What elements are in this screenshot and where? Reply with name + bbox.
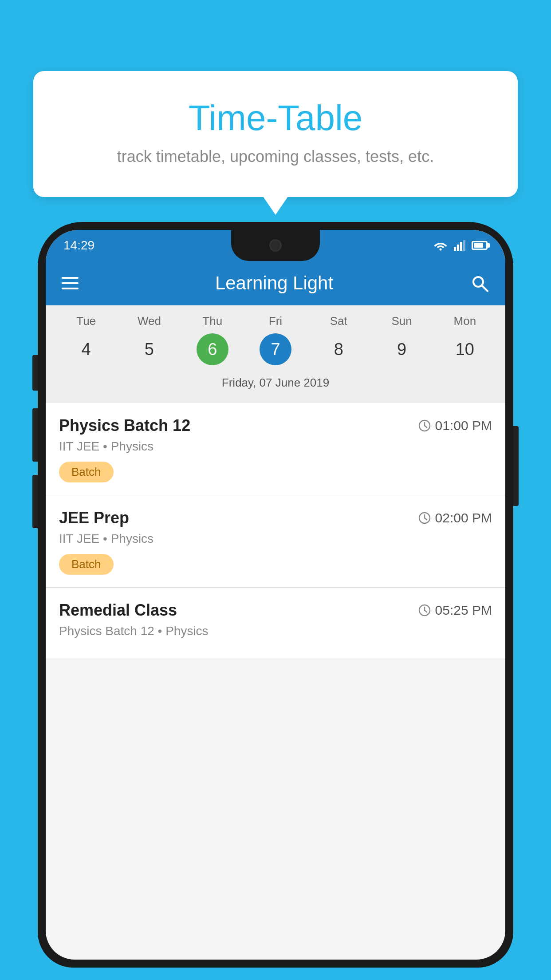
- svg-rect-4: [463, 240, 465, 251]
- phone-button-left-3: [32, 475, 38, 528]
- calendar-day-10[interactable]: Mon10: [436, 314, 494, 365]
- schedule-header: JEE Prep 02:00 PM: [59, 509, 492, 527]
- hamburger-line-1: [62, 277, 79, 279]
- svg-rect-3: [460, 242, 462, 251]
- schedule-item-0[interactable]: Physics Batch 12 01:00 PMIIT JEE • Physi…: [46, 403, 505, 495]
- calendar-day-5[interactable]: Wed5: [120, 314, 178, 365]
- schedule-meta: IIT JEE • Physics: [59, 532, 492, 546]
- status-icons: [433, 240, 488, 251]
- tooltip-title: Time-Table: [55, 98, 496, 138]
- batch-badge: Batch: [59, 462, 114, 482]
- schedule-item-2[interactable]: Remedial Class 05:25 PMPhysics Batch 12 …: [46, 588, 505, 659]
- schedule-meta: IIT JEE • Physics: [59, 439, 492, 454]
- day-number: 6: [197, 333, 228, 365]
- phone-button-left-1: [32, 355, 38, 391]
- day-label: Mon: [454, 314, 476, 328]
- phone-camera: [269, 239, 282, 252]
- phone-notch: [231, 230, 320, 261]
- day-label: Tue: [76, 314, 96, 328]
- calendar-day-7[interactable]: Fri7: [247, 314, 304, 365]
- search-button[interactable]: [470, 273, 489, 293]
- schedule-time: 01:00 PM: [418, 418, 492, 433]
- calendar-day-6[interactable]: Thu6: [184, 314, 241, 365]
- day-number: 7: [260, 333, 291, 365]
- calendar-strip: Tue4Wed5Thu6Fri7Sat8Sun9Mon10 Friday, 07…: [46, 305, 505, 403]
- phone-mockup: 14:29: [38, 222, 513, 980]
- hamburger-menu-icon[interactable]: [62, 277, 79, 289]
- schedule-name: Remedial Class: [59, 601, 177, 620]
- app-bar: Learning Light: [46, 261, 505, 305]
- svg-line-15: [425, 610, 427, 612]
- svg-line-9: [425, 426, 427, 427]
- calendar-day-4[interactable]: Tue4: [57, 314, 115, 365]
- schedule-header: Remedial Class 05:25 PM: [59, 601, 492, 620]
- status-time: 14:29: [63, 238, 94, 253]
- clock-icon: [418, 512, 431, 524]
- svg-line-6: [482, 285, 488, 291]
- phone-screen: 14:29: [46, 230, 505, 960]
- day-label: Thu: [202, 314, 222, 328]
- day-number: 9: [386, 333, 418, 365]
- day-label: Wed: [138, 314, 161, 328]
- signal-icon: [454, 240, 465, 251]
- day-label: Sun: [391, 314, 412, 328]
- schedule-name: JEE Prep: [59, 509, 129, 527]
- svg-rect-2: [457, 245, 459, 251]
- svg-line-12: [425, 518, 427, 520]
- clock-icon: [418, 604, 431, 616]
- day-number: 10: [449, 333, 481, 365]
- phone-outer: 14:29: [38, 222, 513, 968]
- hamburger-line-3: [62, 288, 79, 289]
- day-label: Fri: [269, 314, 282, 328]
- day-row: Tue4Wed5Thu6Fri7Sat8Sun9Mon10: [46, 314, 505, 365]
- day-label: Sat: [330, 314, 347, 328]
- tooltip-card: Time-Table track timetable, upcoming cla…: [33, 71, 518, 197]
- clock-icon: [418, 419, 431, 432]
- app-bar-title: Learning Light: [215, 273, 333, 294]
- calendar-day-9[interactable]: Sun9: [373, 314, 431, 365]
- wifi-icon: [433, 240, 448, 251]
- schedule-header: Physics Batch 12 01:00 PM: [59, 416, 492, 435]
- svg-point-0: [440, 249, 442, 251]
- schedule-list: Physics Batch 12 01:00 PMIIT JEE • Physi…: [46, 403, 505, 659]
- batch-badge: Batch: [59, 554, 114, 575]
- day-number: 4: [70, 333, 102, 365]
- schedule-name: Physics Batch 12: [59, 416, 190, 435]
- schedule-item-1[interactable]: JEE Prep 02:00 PMIIT JEE • PhysicsBatch: [46, 495, 505, 588]
- phone-button-left-2: [32, 408, 38, 462]
- day-number: 5: [133, 333, 165, 365]
- schedule-meta: Physics Batch 12 • Physics: [59, 624, 492, 638]
- schedule-time: 05:25 PM: [418, 603, 492, 618]
- tooltip-subtitle: track timetable, upcoming classes, tests…: [55, 147, 496, 166]
- day-number: 8: [323, 333, 354, 365]
- calendar-day-8[interactable]: Sat8: [310, 314, 367, 365]
- hamburger-line-2: [62, 282, 79, 284]
- battery-icon: [472, 241, 488, 250]
- selected-date-label: Friday, 07 June 2019: [46, 370, 505, 399]
- svg-rect-1: [454, 247, 456, 251]
- phone-button-right: [513, 426, 519, 506]
- schedule-time: 02:00 PM: [418, 510, 492, 526]
